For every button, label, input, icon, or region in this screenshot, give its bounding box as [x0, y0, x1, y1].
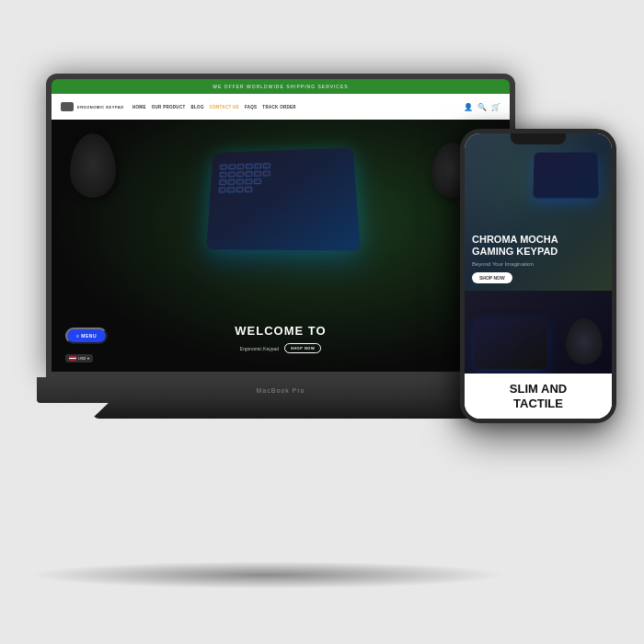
phone-bottom-text: SLIM ANDTACTILE [465, 374, 612, 419]
key [254, 171, 261, 177]
nav-contact[interactable]: CONTACT US [210, 105, 239, 109]
key [263, 171, 270, 177]
laptop-screen: WE OFFER WORLDWIDE SHIPPING SERVICES ERG… [52, 79, 510, 372]
hero-text-block: WELCOME TO Ergonomic Keypad SHOP NOW [235, 324, 326, 353]
nav-links: HOME OUR PRODUCT BLOG CONTACT US FAQS TR… [132, 105, 456, 109]
laptop-base: MacBook Pro [37, 377, 524, 403]
key [219, 188, 226, 193]
phone-bottom-label: SLIM ANDTACTILE [510, 382, 567, 410]
user-icon[interactable]: 👤 [464, 103, 473, 111]
logo-icon [61, 102, 74, 111]
phone-bottom-section: SLIM ANDTACTILE [465, 291, 612, 420]
hero-subtitle: Ergonomic Keypad SHOP NOW [235, 343, 326, 353]
laptop-stand [92, 400, 478, 419]
laptop-brand-text: MacBook Pro [256, 387, 305, 394]
banner-text: WE OFFER WORLDWIDE SHIPPING SERVICES [213, 84, 348, 89]
phone-product-bottom-image [465, 291, 612, 374]
key [228, 172, 236, 178]
shipping-banner: WE OFFER WORLDWIDE SHIPPING SERVICES [52, 79, 510, 94]
cart-icon[interactable]: 🛒 [491, 103, 500, 111]
key [219, 179, 226, 185]
phone-keyboard-shape [533, 153, 599, 199]
nav-home[interactable]: HOME [132, 105, 146, 109]
currency-label: USD [78, 356, 86, 361]
phone-hero-subtitle: Beyond Your Imagination [472, 261, 604, 267]
nav-icons: 👤 🔍 🛒 [464, 103, 500, 111]
key [254, 178, 261, 184]
phone-notch [511, 133, 566, 144]
key [245, 187, 252, 192]
key [254, 164, 261, 169]
hero-welcome-text: WELCOME TO [235, 324, 326, 338]
nav-blog[interactable]: BLOG [191, 105, 204, 109]
key [245, 178, 252, 184]
phone-bottom-keyboard [474, 318, 547, 369]
phone-hero: CHROMA MOCHAGAMING KEYPAD Beyond Your Im… [465, 133, 612, 291]
key [236, 179, 244, 185]
logo-text: ERGONOMIC KEYPAD [77, 105, 124, 109]
key-row-4 [219, 187, 270, 193]
hero-brand-name: Ergonomic Keypad [240, 346, 279, 351]
key [228, 164, 236, 169]
key [236, 187, 244, 192]
key-rows [219, 163, 270, 192]
menu-button[interactable]: ≡ MENU [65, 328, 108, 344]
nav-faqs[interactable]: FAQS [245, 105, 257, 109]
laptop-screen-bezel: WE OFFER WORLDWIDE SHIPPING SERVICES ERG… [46, 74, 515, 377]
key [263, 163, 270, 168]
nav-track[interactable]: TRACK ORDER [262, 105, 296, 109]
keyboard-image [189, 138, 373, 258]
key-row-3 [219, 178, 270, 185]
key [237, 164, 245, 169]
search-icon[interactable]: 🔍 [477, 103, 487, 111]
scene: WE OFFER WORLDWIDE SHIPPING SERVICES ERG… [0, 0, 644, 644]
nav-product[interactable]: OUR PRODUCT [152, 105, 186, 109]
key [220, 165, 227, 170]
key-row-2 [220, 171, 270, 178]
laptop-navbar: ERGONOMIC KEYPAD HOME OUR PRODUCT BLOG C… [52, 94, 510, 120]
key [227, 187, 235, 192]
phone: CHROMA MOCHAGAMING KEYPAD Beyond Your Im… [460, 129, 616, 423]
key [236, 171, 244, 177]
key [228, 179, 236, 185]
phone-screen: CHROMA MOCHAGAMING KEYPAD Beyond Your Im… [465, 133, 612, 419]
key [246, 171, 253, 177]
laptop-shadow [28, 561, 506, 589]
us-flag-icon [69, 356, 76, 361]
phone-bottom-mouse [566, 318, 603, 364]
hero-shop-now-button[interactable]: SHOP NOW [284, 343, 321, 353]
nav-logo: ERGONOMIC KEYPAD [61, 102, 125, 111]
phone-product-image [534, 152, 607, 207]
key-row-1 [220, 163, 270, 169]
currency-selector[interactable]: USD ▾ [65, 354, 93, 362]
laptop-hero: WELCOME TO Ergonomic Keypad SHOP NOW ≡ M… [52, 120, 510, 372]
currency-chevron-icon: ▾ [87, 356, 89, 361]
key [220, 172, 227, 178]
phone-hero-title: CHROMA MOCHAGAMING KEYPAD [472, 234, 604, 258]
phone-shop-now-button[interactable]: SHOP NOW [472, 272, 512, 283]
key [246, 164, 253, 169]
keyboard-shape [206, 147, 361, 250]
